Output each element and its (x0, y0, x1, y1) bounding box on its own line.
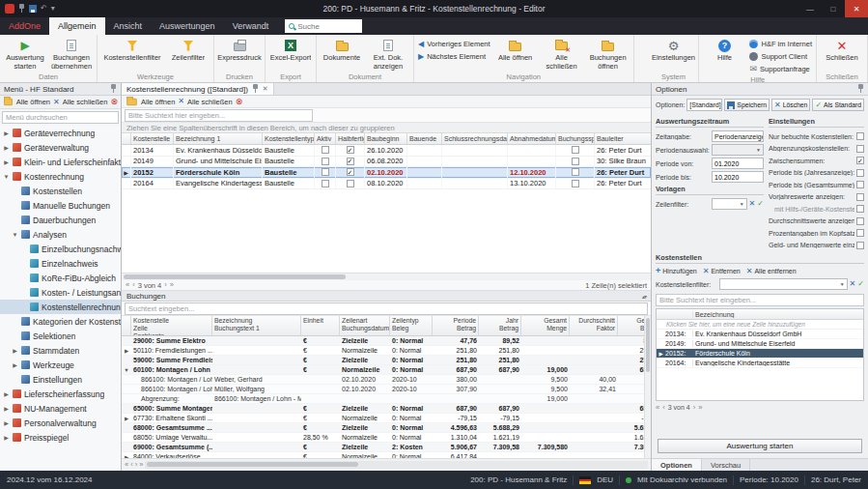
tree-item[interactable]: ▶Klein- und Lieferscheinfaktura (0, 155, 121, 169)
group-by-panel[interactable]: Ziehen Sie eine Spaltenüberschrift in di… (122, 123, 651, 133)
column-header[interactable]: Einheit (301, 316, 340, 335)
column-header[interactable]: DurchschnittFaktor (570, 316, 618, 335)
pin-icon[interactable] (857, 84, 864, 94)
table-row[interactable]: ▶20152Förderschule KölnBaustelle02.10.20… (122, 167, 651, 179)
maximize-button[interactable]: □ (822, 0, 845, 17)
add-kostenstelle-button[interactable]: +Hinzufügen (656, 267, 697, 275)
close-button[interactable]: ✕ (845, 0, 868, 17)
close-all-button[interactable]: Alle schließen (187, 98, 233, 106)
tree-expander-icon[interactable]: ▼ (12, 232, 18, 238)
checkbox[interactable] (856, 181, 864, 188)
tree-item[interactable]: Einzelbuchungsnachweis (0, 242, 121, 256)
table-row[interactable]: 29000: Summe Elektro€Zielzeile0: Normal4… (122, 336, 651, 346)
column-header[interactable]: KostenstelleZeileSachkonto (131, 316, 212, 335)
column-header[interactable]: Bezeichnung 1 (174, 133, 263, 144)
hf-im-internet-button[interactable]: H&F im Internet (749, 39, 812, 49)
last-page-icon[interactable]: » (698, 404, 702, 412)
checkbox[interactable] (322, 158, 329, 165)
tree-expander-icon[interactable]: ▶ (3, 405, 10, 412)
period-label[interactable]: Periode: 10.2020 (740, 475, 798, 484)
checkbox[interactable] (856, 217, 864, 225)
column-header[interactable]: Bauleiter (595, 133, 651, 144)
table-row[interactable]: 65000: Summe Montagen...€Zielzeile0: Nor… (122, 404, 651, 414)
pin-icon[interactable] (18, 4, 25, 14)
tree-item[interactable]: ▶Geräteverrechnung (0, 126, 121, 140)
column-header[interactable]: Abnahmedatum (508, 133, 556, 144)
naechstes-element-button[interactable]: ▶Nächstes Element (418, 51, 490, 62)
scrollbar-thumb[interactable] (646, 318, 650, 372)
first-page-icon[interactable]: « (125, 461, 128, 469)
hilfe-button[interactable]: ?Hilfe (701, 36, 747, 63)
table-row[interactable]: ▶84000: Verkaufserlöse ...€Normalzeile0:… (122, 452, 651, 458)
tree-item[interactable]: ▶Personalverwaltung (0, 416, 121, 430)
tree-item[interactable]: Einstellungen (0, 372, 121, 387)
column-header[interactable]: BezeichnungBuchungstext 1 (212, 316, 301, 335)
checkbox[interactable] (572, 168, 579, 176)
table-row[interactable]: 69000: Gesamtsumme (...€Zielzeile2: Kost… (122, 443, 651, 452)
ext-dok-anzeigen-button[interactable]: Ext. Dok. anzeigen (365, 36, 411, 71)
scrollbar-thumb[interactable] (124, 274, 346, 279)
expander-icon[interactable]: ▶ (122, 414, 131, 422)
prev-page-icon[interactable]: ‹ (130, 461, 133, 469)
user-label[interactable]: 26: Durt, Peter (811, 475, 861, 484)
start-evaluation-button[interactable]: Auswertung starten (658, 439, 862, 453)
tree-item[interactable]: Kostenstellenrechnung (0, 300, 121, 314)
zeilenfilter-button[interactable]: Zeilenfilter (165, 36, 211, 63)
vorheriges-element-button[interactable]: ◀Vorheriges Element (418, 39, 490, 49)
checkbox[interactable] (856, 193, 864, 201)
tree-item[interactable]: Einzelnachweis (0, 256, 121, 271)
table-row[interactable]: 59000: Summe Fremdleis...€Zielzeile0: No… (122, 356, 651, 365)
column-header[interactable]: Schlussrechnungsdatum (442, 133, 508, 144)
prev-page-icon[interactable]: ‹ (132, 281, 135, 289)
undo-icon[interactable]: ↶ (41, 5, 47, 13)
bookings-section-header[interactable]: Buchungen ▴▾ (122, 291, 651, 302)
table-row[interactable]: ▶50110: Fremdleistungen ...€Normalzeile0… (122, 346, 651, 356)
tree-expander-icon[interactable]: ▶ (12, 361, 18, 368)
language-label[interactable]: DEU (597, 475, 613, 484)
alle-schliessen-button[interactable]: ✕Alle schließen (539, 36, 585, 71)
minimize-button[interactable]: — (798, 0, 822, 17)
tree-expander-icon[interactable]: ▼ (3, 174, 10, 180)
periode-von-input[interactable] (712, 158, 764, 169)
checkbox[interactable] (856, 205, 864, 213)
pin-icon[interactable] (110, 84, 117, 94)
close-all-button[interactable]: Alle schließen (63, 98, 108, 106)
vertical-scrollbar[interactable] (644, 316, 651, 458)
column-header[interactable]: Bauende (407, 133, 442, 144)
tree-expander-icon[interactable]: ▶ (3, 434, 10, 441)
column-header[interactable]: Kostenstellentyp (263, 133, 315, 144)
bookings-search-input[interactable] (125, 302, 648, 315)
column-header[interactable]: Bezeichnung (692, 311, 863, 318)
kostenstellenfilter-button[interactable]: Kostenstellenfilter (99, 36, 165, 63)
dokumente-button[interactable]: Dokumente (319, 36, 365, 63)
tab-optionen[interactable]: Optionen (652, 459, 702, 471)
tree-item[interactable]: ▼Analysen (0, 227, 121, 242)
menu-search-input[interactable] (2, 111, 119, 124)
clear-filter-icon[interactable]: ✕ (749, 200, 756, 208)
next-page-icon[interactable]: › (135, 461, 138, 469)
tree-item[interactable]: ▶Geräteverwaltung (0, 140, 121, 155)
column-header[interactable]: Aktiv (315, 133, 336, 144)
kostenstellenfilter-select[interactable]: ▼ (719, 278, 848, 290)
close-tab-icon[interactable]: ✕ (263, 85, 268, 93)
checkbox[interactable] (347, 146, 354, 154)
checkbox[interactable] (856, 132, 864, 140)
clear-icon[interactable]: ⊗ (236, 98, 243, 106)
column-header[interactable]: Baubeginn (365, 133, 407, 144)
tree-item[interactable]: KoRe-FiBu-Abgleich (0, 271, 121, 285)
next-page-icon[interactable]: › (164, 281, 167, 289)
einstellungen-button[interactable]: ⚙Einstellungen (650, 36, 696, 63)
excel-export-button[interactable]: XExcel-Export (267, 36, 314, 63)
checkbox[interactable] (856, 157, 864, 164)
tree-item[interactable]: ▶Stammdaten (0, 343, 121, 358)
table-row[interactable]: 20149Grund- und Mittelschule EiserfeldBa… (122, 157, 651, 168)
zeilenfilter-select[interactable]: ▼ (712, 198, 747, 210)
as-default-button[interactable]: ✓Als Standard (812, 99, 864, 111)
quick-access-dropdown-icon[interactable]: ▾ (51, 5, 55, 13)
tree-expander-icon[interactable]: ▶ (3, 129, 10, 136)
remove-all-kostenstellen-button[interactable]: ✕Alle entfernen (746, 268, 797, 275)
checkbox[interactable] (347, 158, 354, 165)
tree-item[interactable]: ▼Kostenrechnung (0, 169, 121, 184)
buchungen-uebernehmen-button[interactable]: Buchungen übernehmen (48, 36, 95, 71)
checkbox[interactable] (347, 180, 354, 187)
